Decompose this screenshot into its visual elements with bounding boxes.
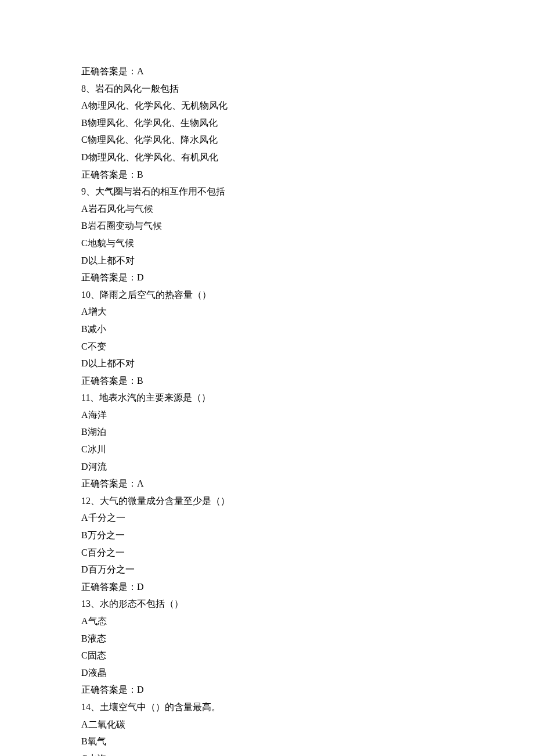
option-line: C地貌与气候	[81, 235, 453, 252]
option-line: A物理风化、化学风化、无机物风化	[81, 97, 453, 114]
option-line: C物理风化、化学风化、降水风化	[81, 131, 453, 149]
option-line: C水汽	[81, 750, 453, 756]
option-line: D液晶	[81, 664, 453, 682]
option-line: B液态	[81, 630, 453, 647]
option-line: C固态	[81, 647, 453, 664]
answer-line: 正确答案是：B	[81, 166, 453, 183]
option-line: A岩石风化与气候	[81, 200, 453, 218]
option-line: B万分之一	[81, 527, 453, 544]
option-line: D以上都不对	[81, 252, 453, 269]
option-line: B湖泊	[81, 423, 453, 441]
document-page: 正确答案是：A 8、岩石的风化一般包括 A物理风化、化学风化、无机物风化 B物理…	[0, 0, 534, 756]
option-line: A海洋	[81, 406, 453, 424]
answer-line: 正确答案是：A	[81, 475, 453, 492]
option-line: B岩石圈变动与气候	[81, 217, 453, 235]
option-line: B减小	[81, 321, 453, 338]
option-line: B氧气	[81, 733, 453, 750]
option-line: C冰川	[81, 441, 453, 458]
question-line: 13、水的形态不包括（）	[81, 595, 453, 613]
option-line: C百分之一	[81, 544, 453, 561]
option-line: D物理风化、化学风化、有机风化	[81, 149, 453, 166]
question-line: 10、降雨之后空气的热容量（）	[81, 286, 453, 304]
question-line: 12、大气的微量成分含量至少是（）	[81, 492, 453, 510]
question-line: 9、大气圈与岩石的相互作用不包括	[81, 183, 453, 200]
option-line: D以上都不对	[81, 355, 453, 372]
option-line: D百万分之一	[81, 561, 453, 578]
answer-line: 正确答案是：D	[81, 578, 453, 596]
option-line: D河流	[81, 458, 453, 476]
answer-line: 正确答案是：D	[81, 681, 453, 699]
option-line: A二氧化碳	[81, 716, 453, 733]
option-line: B物理风化、化学风化、生物风化	[81, 114, 453, 132]
question-line: 11、地表水汽的主要来源是（）	[81, 389, 453, 406]
question-line: 14、土壤空气中（）的含量最高。	[81, 699, 453, 716]
option-line: C不变	[81, 338, 453, 355]
option-line: A千分之一	[81, 509, 453, 527]
answer-line: 正确答案是：D	[81, 269, 453, 286]
answer-line: 正确答案是：A	[81, 63, 453, 80]
option-line: A气态	[81, 613, 453, 630]
option-line: A增大	[81, 303, 453, 321]
answer-line: 正确答案是：B	[81, 372, 453, 390]
question-line: 8、岩石的风化一般包括	[81, 80, 453, 98]
